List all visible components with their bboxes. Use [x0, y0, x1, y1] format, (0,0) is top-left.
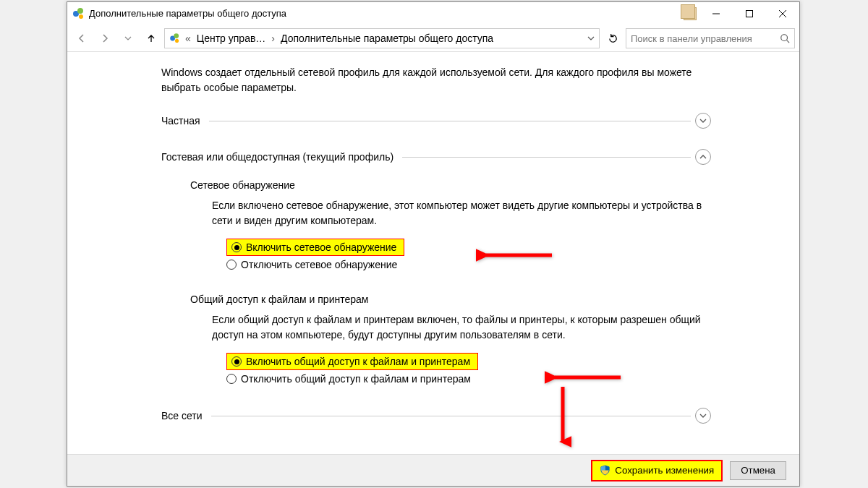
chevron-down-icon[interactable] — [695, 408, 711, 424]
discovery-title: Сетевое обнаружение — [190, 179, 785, 191]
radio-disable-sharing[interactable]: Отключить общий доступ к файлам и принте… — [226, 370, 785, 388]
annotation-arrow-1 — [476, 247, 556, 264]
titlebar: Дополнительные параметры общего доступа — [67, 2, 799, 25]
section-guest[interactable]: Гостевая или общедоступная (текущий проф… — [161, 149, 711, 165]
section-private-label: Частная — [161, 115, 205, 127]
search-box[interactable] — [626, 28, 795, 48]
annotation-arrow-2 — [545, 369, 624, 386]
radio-icon — [231, 356, 242, 367]
restore-stack-icon — [684, 2, 697, 25]
radio-label: Отключить общий доступ к файлам и принте… — [241, 373, 471, 385]
intro-text: Windows создает отдельный сетевой профил… — [161, 65, 711, 95]
breadcrumb-seg-1[interactable]: Центр управ… — [192, 30, 271, 47]
sharing-desc: Если общий доступ к файлам и принтерам в… — [212, 312, 718, 343]
section-guest-label: Гостевая или общедоступная (текущий проф… — [161, 151, 398, 163]
cancel-button[interactable]: Отмена — [730, 461, 786, 480]
search-input[interactable] — [631, 33, 780, 44]
save-button[interactable]: Сохранить изменения — [591, 460, 723, 481]
svg-rect-1 — [746, 10, 753, 17]
radio-enable-sharing[interactable]: Включить общий доступ к файлам и принтер… — [226, 353, 478, 370]
annotation-arrow-3 — [554, 385, 571, 452]
cancel-label: Отмена — [741, 465, 775, 476]
svg-line-5 — [787, 40, 790, 43]
svg-point-4 — [781, 35, 788, 41]
breadcrumb-dropdown[interactable] — [584, 33, 597, 44]
radio-label: Отключить сетевое обнаружение — [241, 259, 397, 270]
window: Дополнительные параметры общего доступа … — [67, 1, 800, 487]
radio-icon — [231, 242, 242, 252]
chevron-left-icon[interactable]: « — [184, 33, 192, 44]
section-all-label: Все сети — [161, 410, 207, 421]
content-area: Windows создает отдельный сетевой профил… — [67, 51, 799, 454]
refresh-button[interactable] — [603, 28, 623, 48]
discovery-desc: Если включено сетевое обнаружение, этот … — [212, 198, 718, 228]
address-bar: « Центр управ… › Дополнительные параметр… — [67, 25, 799, 51]
search-icon — [780, 33, 790, 43]
shield-icon — [600, 465, 610, 476]
recent-dropdown[interactable] — [118, 28, 138, 48]
breadcrumb[interactable]: « Центр управ… › Дополнительные параметр… — [164, 28, 600, 48]
chevron-right-icon: › — [270, 33, 276, 44]
radio-icon — [226, 374, 237, 384]
breadcrumb-icon — [170, 33, 180, 43]
radio-label: Включить сетевое обнаружение — [246, 241, 396, 253]
radio-icon — [226, 260, 237, 270]
network-sharing-icon — [73, 8, 85, 20]
window-title: Дополнительные параметры общего доступа — [89, 8, 286, 19]
close-button[interactable] — [766, 2, 799, 25]
sharing-title: Общий доступ к файлам и принтерам — [190, 294, 785, 305]
forward-button[interactable] — [95, 28, 115, 48]
radio-enable-discovery[interactable]: Включить сетевое обнаружение — [226, 239, 404, 256]
section-private[interactable]: Частная — [161, 113, 711, 129]
chevron-down-icon[interactable] — [695, 113, 711, 129]
save-label: Сохранить изменения — [615, 465, 714, 476]
up-button[interactable] — [141, 28, 161, 48]
footer-bar: Сохранить изменения Отмена — [67, 454, 799, 486]
radio-label: Включить общий доступ к файлам и принтер… — [246, 356, 470, 367]
back-button[interactable] — [72, 28, 92, 48]
minimize-button[interactable] — [699, 2, 733, 25]
breadcrumb-seg-2[interactable]: Дополнительные параметры общего доступа — [276, 30, 498, 47]
chevron-up-icon[interactable] — [695, 149, 711, 165]
maximize-button[interactable] — [733, 2, 766, 25]
section-all-networks[interactable]: Все сети — [161, 408, 711, 424]
